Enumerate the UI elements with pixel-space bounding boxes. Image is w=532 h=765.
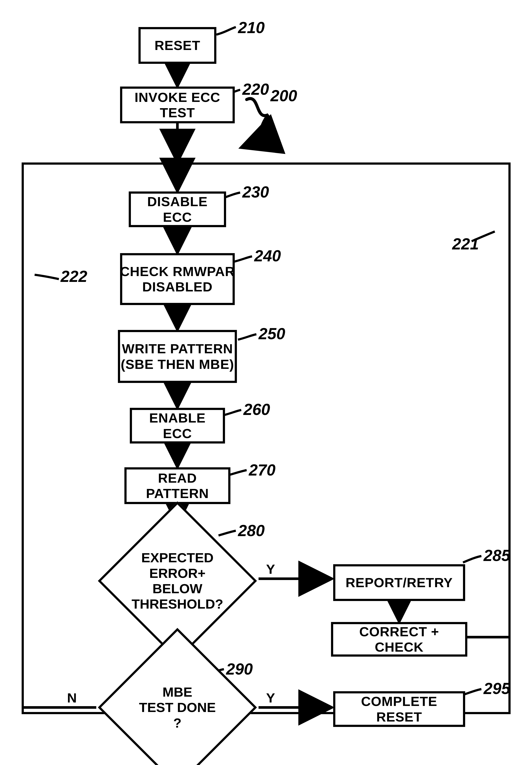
ref-295: 295 <box>484 679 510 698</box>
edge-290-yes: Y <box>266 690 275 705</box>
process-disable-ecc: DISABLE ECC <box>129 192 226 227</box>
process-label: REPORT/RETRY <box>343 573 455 591</box>
ref-221: 221 <box>452 235 479 253</box>
flowchart-canvas: RESET 210 INVOKE ECC TEST 220 200 221 22… <box>0 0 532 765</box>
ref-210: 210 <box>238 18 265 37</box>
process-label: RESET <box>152 36 203 54</box>
ref-250: 250 <box>259 325 285 343</box>
process-label: ENABLE ECC <box>132 409 223 442</box>
ref-220: 220 <box>242 80 269 98</box>
process-complete-reset: COMPLETE RESET <box>333 691 465 727</box>
ref-260: 260 <box>244 400 270 418</box>
ref-270: 270 <box>249 461 275 479</box>
process-check-rmwpar-disabled: CHECK RMWPAR DISABLED <box>120 253 235 305</box>
process-label: DISABLE ECC <box>131 193 224 226</box>
process-report-retry: REPORT/RETRY <box>333 564 465 601</box>
ref-290: 290 <box>226 660 253 678</box>
ref-280: 280 <box>238 521 265 540</box>
process-label: CORRECT + CHECK <box>333 623 465 656</box>
ref-285: 285 <box>484 546 510 565</box>
ref-200: 200 <box>270 87 297 105</box>
process-read-pattern: READ PATTERN <box>124 467 231 504</box>
edge-290-no: N <box>67 690 77 705</box>
decision-label: EXPECTED ERROR+ BELOW THRESHOLD? <box>96 525 259 637</box>
process-label: CHECK RMWPAR DISABLED <box>118 263 237 296</box>
edge-280-yes: Y <box>266 561 275 577</box>
process-correct-check: CORRECT + CHECK <box>331 622 467 657</box>
ref-230: 230 <box>242 183 269 201</box>
process-reset: RESET <box>139 27 216 64</box>
ref-222: 222 <box>61 267 87 286</box>
ref-240: 240 <box>254 247 281 265</box>
process-enable-ecc: ENABLE ECC <box>130 408 225 443</box>
process-invoke-ecc-test: INVOKE ECC TEST <box>120 87 235 123</box>
process-label: INVOKE ECC TEST <box>122 88 233 122</box>
process-label: READ PATTERN <box>127 469 228 502</box>
process-label: WRITE PATTERN (SBE THEN MBE) <box>119 340 236 373</box>
process-label: COMPLETE RESET <box>335 692 463 726</box>
process-write-pattern: WRITE PATTERN (SBE THEN MBE) <box>118 330 237 383</box>
